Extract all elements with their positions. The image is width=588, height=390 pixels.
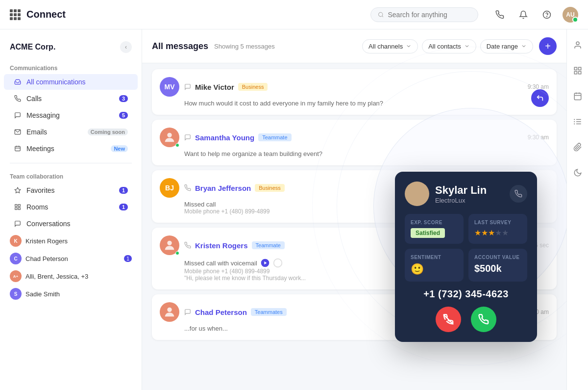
exp-score-label: EXP. SCORE [411, 220, 458, 225]
phone-msg-icon [184, 184, 191, 191]
message-card-mike-victor[interactable]: MV Mike Victor Business 9:30 am How much… [152, 69, 557, 115]
accept-call-button[interactable] [471, 307, 496, 332]
team-collab-label: Team collaboration [0, 169, 142, 182]
bryan-avatar: BJ [160, 178, 179, 198]
samantha-time: 9:30 am [528, 134, 549, 141]
reply-button-mike[interactable] [531, 89, 549, 107]
top-nav: Connect AU [0, 0, 588, 29]
team-member-sadie[interactable]: S Sadie Smith [0, 285, 142, 303]
svg-marker-8 [15, 187, 21, 193]
chad-label: Chad Peterson [25, 255, 120, 262]
sidebar-item-meetings[interactable]: Meetings New [4, 141, 138, 156]
rp-clip-icon[interactable] [570, 139, 586, 155]
stars-display: ★★★★★ [474, 228, 521, 237]
contacts-filter-label: All contacts [428, 43, 461, 50]
chevron-down-icon3 [521, 43, 527, 49]
messaging-label: Messaging [26, 111, 114, 119]
org-name: ACME Corp. [10, 43, 55, 52]
chat-msg-icon [184, 83, 191, 90]
svg-point-14 [167, 241, 172, 245]
call-name: Skylar Lin [435, 184, 487, 197]
svg-point-19 [413, 185, 421, 194]
content-title: All messages [152, 41, 208, 52]
mike-victor-body: How much would it cost to add everyone i… [160, 100, 549, 107]
chad-badge: 1 [124, 255, 132, 262]
phone-icon [14, 95, 22, 103]
call-phone-icon[interactable] [510, 185, 527, 203]
search-input[interactable] [388, 11, 471, 19]
kristen-avatar: K [10, 235, 22, 247]
svg-point-18 [167, 308, 172, 312]
sidebar-collapse-btn[interactable]: ‹ [120, 41, 132, 53]
filter-label: All channels [368, 43, 403, 50]
date-filter-label: Date range [487, 43, 518, 50]
rp-moon-icon[interactable] [570, 165, 586, 181]
svg-rect-9 [15, 205, 17, 207]
svg-rect-23 [578, 67, 581, 70]
group-label: Alli, Brent, Jessica, +3 [25, 273, 132, 280]
messaging-badge: 5 [119, 112, 128, 119]
sidebar-item-favorites[interactable]: Favorites 1 [4, 182, 138, 198]
rp-grid-icon[interactable] [570, 63, 586, 78]
sidebar-item-rooms[interactable]: Rooms 1 [4, 199, 138, 215]
search-bar[interactable] [370, 7, 478, 22]
app-name: Connect [26, 9, 66, 20]
sentiment-label: SENTIMENT [411, 255, 458, 260]
help-nav-icon[interactable] [539, 7, 555, 23]
meetings-label: Meetings [26, 145, 106, 153]
team-member-chad[interactable]: C Chad Peterson 1 [0, 250, 142, 267]
svg-rect-22 [574, 67, 577, 70]
chevron-down-icon [406, 43, 412, 49]
kristen-msg-tag: Teammate [252, 241, 285, 249]
decline-call-button[interactable] [436, 307, 461, 332]
svg-rect-26 [574, 93, 581, 100]
phone-nav-icon[interactable] [492, 7, 508, 23]
chad-msg-name: Chad Peterson [195, 308, 247, 316]
all-contacts-filter[interactable]: All contacts [422, 39, 476, 53]
rooms-label: Rooms [26, 203, 114, 211]
svg-point-13 [167, 133, 172, 137]
email-icon [14, 128, 22, 136]
inbox-icon [14, 78, 22, 86]
samantha-name: Samantha Young [195, 133, 254, 142]
rp-list-icon[interactable] [570, 114, 586, 130]
play-icon[interactable] [260, 258, 270, 268]
add-message-button[interactable]: + [539, 37, 557, 55]
team-member-group[interactable]: A+ Alli, Brent, Jessica, +3 [0, 267, 142, 285]
call-number: +1 (732) 345-4623 [405, 288, 527, 300]
content-header: All messages Showing 5 messages All chan… [142, 29, 566, 63]
sidebar-item-all-comms[interactable]: All communications [4, 74, 138, 90]
date-range-filter[interactable]: Date range [480, 39, 533, 53]
svg-point-21 [576, 42, 579, 45]
sidebar-item-messaging[interactable]: Messaging 5 [4, 107, 138, 123]
star-icon [14, 186, 22, 194]
message-card-samantha[interactable]: Samantha Young Teammate 9:30 am Want to … [152, 120, 557, 165]
last-survey-label: LAST SURVEY [474, 220, 521, 225]
sentiment-box: SENTIMENT 🙂 [405, 249, 464, 282]
team-member-kristen[interactable]: K Kristen Rogers [0, 232, 142, 250]
all-channels-filter[interactable]: All channels [362, 39, 418, 53]
user-avatar[interactable]: AU [563, 7, 578, 23]
chad-avatar: C [10, 253, 22, 264]
calls-label: Calls [26, 95, 114, 103]
bell-nav-icon[interactable] [515, 7, 531, 23]
sadie-avatar: S [10, 288, 22, 300]
sidebar-item-emails[interactable]: Emails Coming soon [4, 124, 138, 140]
svg-rect-10 [18, 205, 20, 207]
right-panel [566, 29, 588, 390]
phone-msg-icon2 [184, 242, 191, 249]
chevron-down-icon2 [464, 43, 470, 49]
mike-victor-avatar: MV [160, 77, 179, 97]
meetings-icon [14, 145, 22, 153]
exp-score-value: Satisfied [411, 228, 445, 238]
rp-contacts-icon[interactable] [570, 37, 586, 53]
nav-grid-icon [10, 9, 21, 20]
sidebar-item-calls[interactable]: Calls 3 [4, 91, 138, 106]
svg-point-17 [273, 259, 282, 267]
samantha-tag: Teammate [258, 133, 291, 141]
meetings-badge: New [111, 145, 128, 152]
chat-icon [14, 111, 22, 119]
rp-calendar-icon[interactable] [570, 88, 586, 104]
sidebar-item-conversations[interactable]: Conversations [4, 216, 138, 232]
kristen-label: Kristen Rogers [25, 237, 132, 245]
